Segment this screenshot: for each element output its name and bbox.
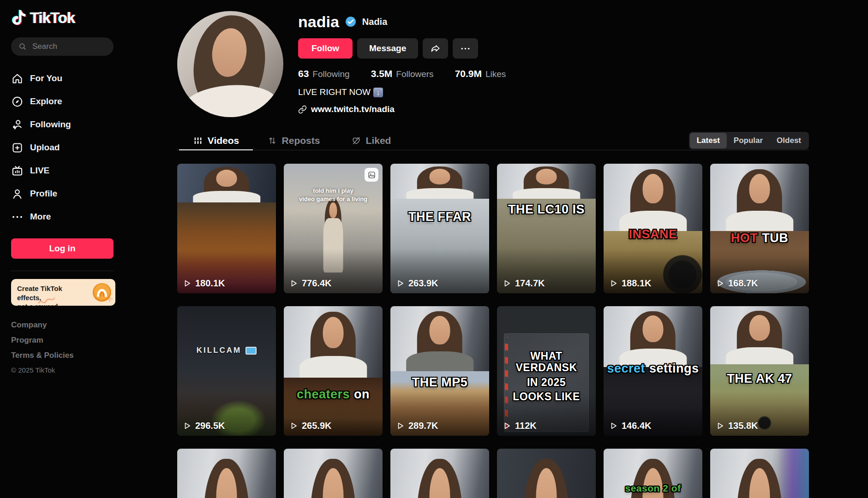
play-count-value: 146.4K (622, 421, 652, 431)
sidebar-item-following[interactable]: Following (11, 113, 143, 136)
share-button[interactable] (423, 38, 448, 59)
sort-popular[interactable]: Popular (727, 133, 770, 148)
profile-link-text: www.twitch.tv/nadia (311, 104, 395, 114)
effects-reward-banner[interactable]: Create TikTok effects, get a reward (11, 279, 115, 306)
video-caption-text: told him i play video games for a living (292, 187, 375, 203)
upload-icon (11, 142, 24, 154)
video-card[interactable]: cheaterson 265.9K (284, 306, 383, 436)
play-count-value: 776.4K (302, 278, 332, 289)
search-icon (18, 42, 27, 51)
video-card[interactable] (284, 449, 383, 498)
play-icon (289, 279, 298, 288)
play-count-value: 174.7K (515, 278, 545, 289)
tiktok-logo[interactable]: TikTok (11, 9, 143, 27)
video-overlay-text: HOTTUB (713, 231, 806, 245)
ellipsis-icon (460, 43, 471, 54)
video-card[interactable]: told him i play video games for a living… (284, 164, 383, 293)
stat-likes[interactable]: 70.9MLikes (455, 68, 506, 79)
video-card[interactable]: WHAT VERDANSKIN 2025LOOKS LIKE 112K (497, 306, 596, 436)
footer-link-program[interactable]: Program (11, 336, 143, 345)
footer-link-terms-policies[interactable]: Terms & Policies (11, 351, 143, 360)
video-card[interactable]: THE MP5 289.7K (390, 306, 489, 436)
webcam-thumbnail (390, 449, 489, 498)
sidebar-item-explore[interactable]: Explore (11, 90, 143, 113)
sidebar-item-label: LIVE (30, 166, 49, 176)
more-options-button[interactable] (453, 38, 478, 59)
search-input[interactable] (31, 42, 135, 52)
tab-reposts[interactable]: Reposts (255, 131, 332, 150)
sidebar-item-live[interactable]: LIVE (11, 159, 143, 182)
video-grid: 180.1K told him i play video games for a… (177, 164, 809, 498)
sidebar-item-more[interactable]: More (11, 205, 143, 228)
video-card[interactable] (177, 449, 276, 498)
login-button[interactable]: Log in (11, 238, 114, 259)
stat-value: 3.5M (371, 68, 393, 79)
play-count: 776.4K (289, 278, 332, 289)
video-overlay-text: secretsettings (606, 362, 700, 376)
footer-link-company[interactable]: Company (11, 320, 143, 330)
play-icon (609, 279, 618, 288)
follow-button[interactable]: Follow (298, 38, 353, 59)
play-count: 168.7K (716, 278, 758, 289)
play-count: 265.9K (289, 421, 332, 431)
sidebar-item-label: Following (30, 119, 71, 130)
tab-videos[interactable]: Videos (177, 131, 255, 150)
play-count: 263.9K (396, 278, 438, 289)
sort-segmented-control: LatestPopularOldest (689, 132, 809, 149)
video-overlay-text: INSANE (606, 227, 700, 242)
tiktok-logo-text: TikTok (30, 9, 75, 27)
search-box[interactable] (11, 37, 114, 56)
video-card[interactable] (390, 449, 489, 498)
message-button[interactable]: Message (357, 38, 418, 59)
sidebar-item-label: Profile (30, 189, 57, 199)
avatar[interactable] (177, 11, 283, 117)
stat-following[interactable]: 63Following (298, 68, 350, 79)
video-card[interactable]: THE FFAR 263.9K (390, 164, 489, 293)
tab-label: Videos (208, 135, 239, 146)
play-count-value: 180.1K (195, 278, 225, 289)
play-count: 174.7K (503, 278, 545, 289)
webcam-thumbnail (710, 306, 809, 364)
play-count-value: 265.9K (302, 421, 332, 431)
video-card[interactable]: HOTTUB 168.7K (710, 164, 809, 293)
profile-link[interactable]: www.twitch.tv/nadia (298, 104, 713, 114)
sidebar-divider (11, 271, 114, 271)
webcam-thumbnail (177, 449, 276, 498)
copyright: © 2025 TikTok (11, 366, 143, 374)
stat-value: 63 (298, 68, 309, 79)
down-arrow-emoji (373, 88, 383, 97)
sidebar-item-label: Upload (30, 142, 60, 153)
video-card[interactable] (497, 449, 596, 498)
sidebar-item-for-you[interactable]: For You (11, 67, 143, 90)
home-icon (11, 72, 24, 85)
play-count-value: 296.5K (195, 421, 225, 431)
play-icon (289, 421, 298, 430)
sort-latest[interactable]: Latest (690, 133, 727, 148)
sort-oldest[interactable]: Oldest (770, 133, 808, 148)
sidebar-item-upload[interactable]: Upload (11, 136, 143, 159)
verified-badge-icon (345, 16, 356, 27)
video-overlay-text: THE MP5 (393, 375, 486, 390)
sidebar-item-label: For You (30, 73, 62, 83)
footer-links: CompanyProgramTerms & Policies (11, 320, 143, 360)
video-card[interactable]: 180.1K (177, 164, 276, 293)
video-card[interactable] (710, 449, 809, 498)
play-icon (716, 279, 724, 288)
video-card[interactable]: INSANE 188.1K (604, 164, 702, 293)
webcam-thumbnail (604, 164, 702, 231)
video-card[interactable]: THE LC10 IS 174.7K (497, 164, 596, 293)
liked-private-icon (351, 136, 361, 146)
profile-tabs-bar: VideosRepostsLiked LatestPopularOldest (177, 131, 809, 150)
sidebar-footer: CompanyProgramTerms & Policies © 2025 Ti… (11, 320, 143, 374)
tab-liked[interactable]: Liked (332, 131, 410, 150)
video-card[interactable]: season 2 of (604, 449, 702, 498)
stat-followers[interactable]: 3.5MFollowers (371, 68, 434, 79)
effect-house-coin-icon (92, 283, 112, 302)
webcam-thumbnail (497, 164, 596, 199)
video-card[interactable]: KILLCAM 296.5K (177, 306, 276, 436)
webcam-thumbnail (390, 306, 489, 371)
video-card[interactable]: THE AK 47 135.8K (710, 306, 809, 436)
play-count-value: 289.7K (408, 421, 438, 431)
sidebar-item-profile[interactable]: Profile (11, 182, 143, 205)
video-card[interactable]: secretsettings 146.4K (604, 306, 702, 436)
